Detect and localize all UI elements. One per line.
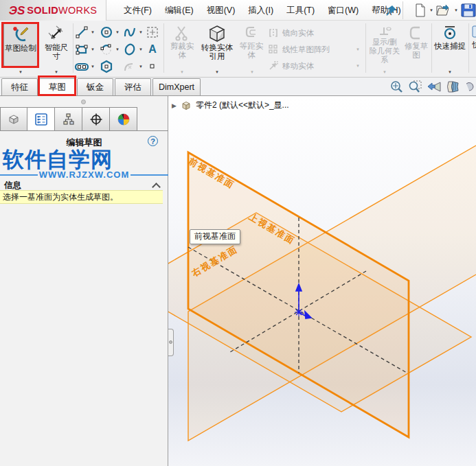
tab-features[interactable]: 特征	[1, 78, 38, 95]
tab-display-manager[interactable]	[110, 107, 137, 131]
dimxpert-manager-icon	[89, 113, 104, 126]
tab-property-manager[interactable]	[27, 107, 55, 131]
tab-sketch[interactable]: 草图	[39, 78, 76, 95]
smart-dimension-icon	[47, 25, 65, 43]
menu-tools[interactable]: 工具(T)	[286, 5, 315, 16]
rectangle-tool-button[interactable]	[74, 42, 89, 57]
offset-entities-icon	[243, 25, 260, 41]
reference-planes-graphic	[168, 96, 476, 466]
ds-logo-icon: ЭS	[9, 5, 25, 16]
display-delete-relations-label: 显示/删除几何关系	[369, 38, 400, 65]
line-tool-dropdown[interactable]: ▼	[89, 25, 96, 40]
trim-entities-dropdown: ▼	[165, 68, 199, 76]
open-document-dropdown[interactable]: ▼	[453, 8, 460, 12]
convert-entities-button[interactable]: 转换实体引用	[201, 23, 234, 67]
point-tool-button[interactable]	[145, 59, 160, 74]
watermark-site-url: WWW.RJZXW.COM	[0, 170, 168, 180]
slot-tool-button[interactable]	[74, 59, 89, 74]
display-delete-relations-icon	[377, 25, 392, 37]
smart-dimension-dropdown[interactable]: ▼	[39, 68, 73, 76]
watermark-line-left	[0, 174, 38, 176]
trim-entities-icon	[174, 25, 190, 41]
menu-edit[interactable]: 编辑(E)	[165, 5, 194, 16]
previous-view-icon[interactable]	[427, 80, 442, 94]
tab-dimxpert-manager[interactable]	[82, 107, 110, 131]
view-settings-icon[interactable]	[465, 80, 475, 94]
fillet-tool-button[interactable]	[122, 59, 137, 74]
property-manager-panel: 编辑草图 ? 软件自学网 WWW.RJZXW.COM 信息 选择一基准面为实体生…	[0, 96, 168, 466]
watermark-url-text: WWW.RJZXW.COM	[38, 170, 131, 180]
panel-splitter-handle[interactable]	[168, 329, 174, 356]
rectangle-tool-dropdown[interactable]: ▼	[89, 42, 96, 57]
zoom-to-fit-icon[interactable]	[389, 80, 404, 94]
graphics-area[interactable]: ▶ 零件2 (默认<<默认>_显... 前视基准面 上视基准面 右视基准面 前视…	[168, 96, 476, 466]
menu-file[interactable]: 文件(F)	[124, 5, 152, 16]
line-tool-button[interactable]	[74, 25, 89, 40]
menu-view[interactable]: 视图(V)	[207, 5, 236, 16]
relations-dropdown: ▼	[367, 68, 402, 76]
tree-expand-icon[interactable]: ▶	[172, 102, 177, 109]
quick-snaps-dropdown[interactable]: ▼	[433, 68, 467, 76]
save-button[interactable]	[461, 3, 476, 17]
manager-tabs	[0, 107, 168, 131]
text-tool-button[interactable]: A	[145, 42, 160, 57]
polygon-tool-button[interactable]	[99, 59, 114, 74]
menu-bar: ЭS SOLIDWORKS 文件(F) 编辑(E) 视图(V) 插入(I) 工具…	[0, 0, 476, 21]
tab-configuration-manager[interactable]	[55, 107, 82, 131]
brand-text-bold: SOLID	[27, 5, 58, 16]
move-entities-item: 移动实体	[268, 59, 314, 73]
pin-menu-icon[interactable]	[385, 3, 398, 17]
offset-entities-dropdown: ▼	[235, 68, 269, 76]
spline-tool-dropdown[interactable]: ▼	[137, 25, 144, 40]
commandmanager-tabs: 特征 草图 钣金 评估 DimXpert	[0, 78, 476, 96]
slot-tool-dropdown[interactable]: ▼	[89, 59, 96, 74]
circle-tool-button[interactable]	[99, 25, 114, 40]
display-manager-icon	[116, 113, 131, 126]
menu-insert[interactable]: 插入(I)	[248, 5, 273, 16]
spline-tool-button[interactable]	[122, 25, 137, 40]
sketch-button[interactable]: 草图绘制	[3, 23, 38, 67]
convert-entities-icon	[208, 25, 226, 43]
convert-entities-label: 转换实体引用	[201, 43, 234, 61]
panel-grip-icon[interactable]	[81, 100, 86, 104]
menu-window[interactable]: 窗口(W)	[328, 5, 359, 16]
quick-snaps-button[interactable]: 快速捕捉	[434, 23, 466, 67]
ellipse-tool-dropdown[interactable]: ▼	[137, 42, 144, 57]
part-icon	[6, 113, 21, 126]
sketch-icon	[12, 25, 30, 43]
tab-evaluate[interactable]: 评估	[115, 78, 151, 95]
mirror-entities-item: 镜向实体	[268, 26, 314, 40]
configuration-manager-icon	[61, 113, 76, 126]
sketch-button-dropdown[interactable]: ▼	[3, 68, 38, 76]
smart-dimension-button[interactable]: 智能尺寸	[41, 23, 71, 67]
offset-entities-label: 等距实体	[237, 42, 266, 60]
ellipse-tool-button[interactable]	[122, 42, 137, 57]
convert-entities-dropdown[interactable]: ▼	[200, 68, 234, 76]
move-entities-label: 移动实体	[282, 61, 314, 71]
solidworks-logo: ЭS SOLIDWORKS	[0, 0, 106, 21]
help-icon[interactable]: ?	[148, 136, 158, 146]
offset-entities-button: 等距实体	[237, 23, 266, 67]
info-message: 选择一基准面为实体生成草图。	[0, 190, 163, 204]
arc-tool-button[interactable]	[99, 42, 114, 57]
quick-access-toolbar: ▼ ▼	[414, 0, 476, 21]
new-document-dropdown[interactable]: ▼	[428, 8, 435, 12]
section-view-icon[interactable]	[446, 80, 461, 94]
fillet-tool-dropdown[interactable]: ▼	[137, 59, 144, 74]
rapid-sketch-icon	[471, 25, 476, 40]
mirror-entities-icon	[268, 27, 279, 38]
flyout-feature-tree[interactable]: ▶ 零件2 (默认<<默认>_显...	[172, 100, 289, 111]
rapid-sketch-button-partial[interactable]: 快	[471, 23, 476, 67]
arc-tool-dropdown[interactable]: ▼	[114, 42, 121, 57]
sketch-picture-button[interactable]	[145, 25, 160, 40]
zoom-to-area-icon[interactable]	[408, 80, 422, 94]
circle-tool-dropdown[interactable]: ▼	[114, 25, 121, 40]
open-document-button[interactable]	[436, 3, 451, 17]
watermark-line-right	[131, 174, 168, 176]
sketch-button-label: 草图绘制	[4, 44, 37, 53]
tab-feature-manager[interactable]	[0, 107, 27, 131]
new-document-button[interactable]	[414, 3, 427, 17]
tab-dimxpert[interactable]: DimXpert	[152, 78, 201, 95]
smart-dimension-label: 智能尺寸	[41, 43, 71, 61]
tab-sheet-metal[interactable]: 钣金	[77, 78, 113, 95]
